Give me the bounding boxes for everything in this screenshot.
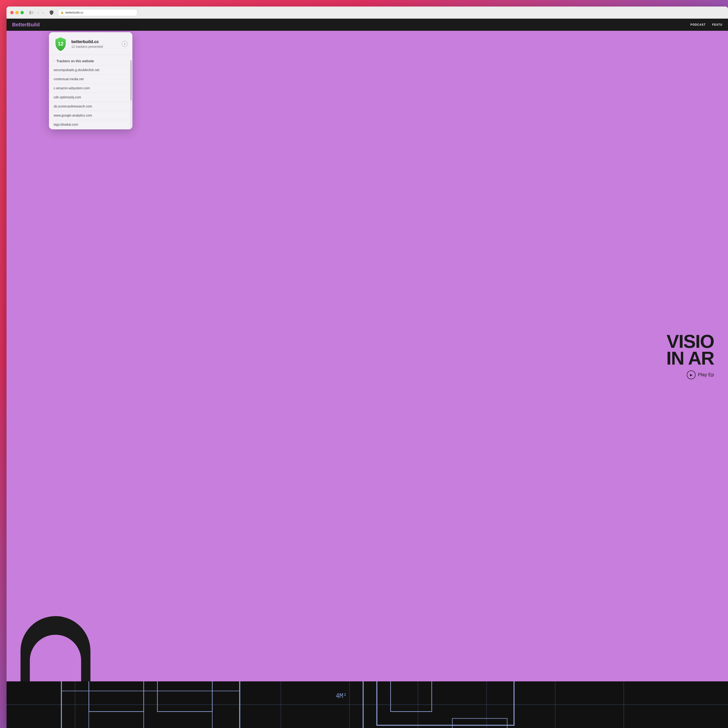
popup-scrollbar[interactable] xyxy=(130,60,132,127)
lock-icon: 🔒 xyxy=(61,11,64,14)
popup-site-info: betterbuild.cc 12 trackers prevented xyxy=(71,40,118,49)
nav-buttons: ‹ › xyxy=(37,10,45,15)
close-button[interactable] xyxy=(10,11,14,14)
web-content: BetterBuild PODCAST FEATU VISIO IN AR ▶ xyxy=(6,18,252,252)
trackers-section-header[interactable]: › Trackers on this website xyxy=(49,57,132,65)
tracker-item: c.amazon-adsystem.com xyxy=(49,83,132,93)
url-text: betterbuild.cc xyxy=(65,11,83,14)
tracker-item: cdn.optimizely.com xyxy=(49,93,132,102)
svg-rect-0 xyxy=(29,11,31,14)
tracker-item: contextual.media.net xyxy=(49,74,132,83)
privacy-popup: 12 betterbuild.cc 12 trackers prevented … xyxy=(49,32,132,129)
info-button[interactable]: ℹ xyxy=(122,41,128,47)
shield-count: 12 xyxy=(58,41,63,47)
maximize-button[interactable] xyxy=(20,11,24,14)
tracker-item: securepubads.g.doubleclick.net xyxy=(49,65,132,74)
tracker-list: securepubads.g.doubleclick.net contextua… xyxy=(49,65,132,129)
popup-header: 12 betterbuild.cc 12 trackers prevented … xyxy=(49,32,132,55)
title-bar: ‹ › 🔒 betterbuild.cc xyxy=(6,6,252,18)
tracker-item: www.google-analytics.com xyxy=(49,111,132,120)
logo-text-main: BetterBu xyxy=(12,22,34,28)
sidebar-toggle-button[interactable] xyxy=(29,11,34,14)
minimize-button[interactable] xyxy=(15,11,18,14)
popup-scrollbar-thumb xyxy=(130,60,132,101)
tracker-item: sb.scorecardresearch.com xyxy=(49,102,132,111)
logo-text-accent: ild xyxy=(34,22,40,28)
svg-rect-2 xyxy=(32,12,34,13)
site-logo: BetterBuild xyxy=(12,22,40,28)
popup-domain: betterbuild.cc xyxy=(71,40,118,44)
site-header: BetterBuild PODCAST FEATU xyxy=(6,18,252,31)
back-button[interactable]: ‹ xyxy=(37,10,40,15)
chevron-icon: › xyxy=(52,61,56,61)
svg-rect-3 xyxy=(32,13,34,14)
traffic-lights xyxy=(10,11,24,14)
forward-button[interactable]: › xyxy=(41,10,45,15)
shield-badge: 12 xyxy=(54,37,67,51)
browser-window: ‹ › 🔒 betterbuild.cc BetterBuild PODCAST xyxy=(6,6,252,252)
popup-trackers-count: 12 trackers prevented xyxy=(71,45,118,49)
popup-body[interactable]: › Trackers on this website securepubads.… xyxy=(49,55,132,129)
tracker-item: tags.bluekai.com xyxy=(49,120,132,129)
section-title: Trackers on this website xyxy=(57,59,94,63)
svg-rect-1 xyxy=(32,11,34,12)
address-bar[interactable]: 🔒 betterbuild.cc xyxy=(58,9,137,16)
shield-toolbar-button[interactable] xyxy=(48,9,55,16)
